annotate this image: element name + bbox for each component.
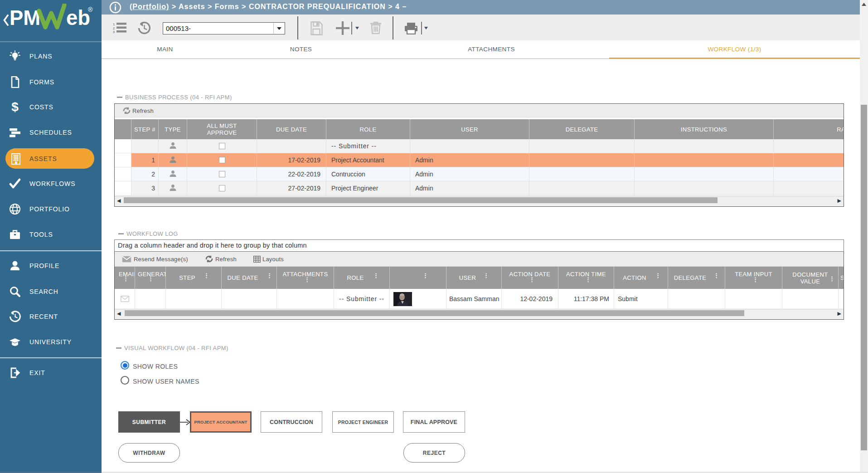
svg-text:3: 3	[113, 30, 115, 34]
svg-text:®: ®	[88, 6, 93, 13]
svg-text:PM: PM	[10, 6, 40, 29]
svg-text:$: $	[11, 101, 19, 113]
svg-text:eb: eb	[66, 6, 90, 29]
